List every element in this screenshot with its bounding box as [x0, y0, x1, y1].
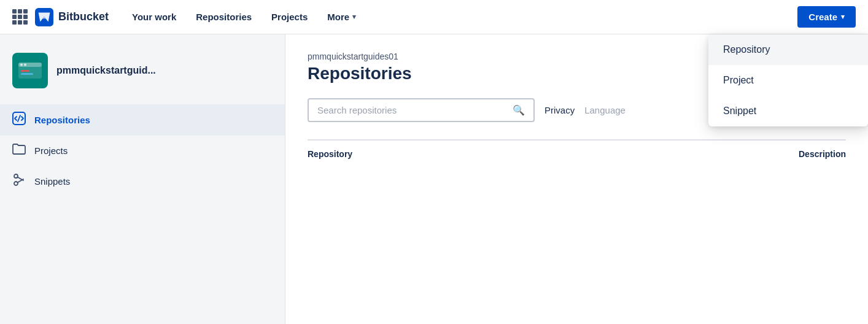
- nav-item-your-work[interactable]: Your work: [123, 7, 185, 27]
- privacy-filter-label[interactable]: Privacy: [544, 105, 575, 115]
- create-button[interactable]: Create ▾: [797, 6, 856, 28]
- bitbucket-logo[interactable]: Bitbucket: [35, 8, 109, 26]
- search-input[interactable]: [317, 105, 506, 115]
- bitbucket-logo-text: Bitbucket: [58, 10, 109, 23]
- workspace-name: pmmquickstartguid...: [56, 65, 156, 76]
- sidebar-item-repositories[interactable]: Repositories: [0, 104, 285, 136]
- app-switcher-icon[interactable]: [12, 9, 28, 25]
- top-navigation: Bitbucket Your work Repositories Project…: [0, 0, 868, 34]
- language-filter-label[interactable]: Language: [584, 105, 626, 115]
- dropdown-item-repository[interactable]: Repository: [708, 34, 868, 65]
- sidebar-item-snippets[interactable]: Snippets: [0, 166, 285, 197]
- more-chevron-icon: ▾: [352, 13, 356, 21]
- nav-item-projects[interactable]: Projects: [263, 7, 316, 27]
- folder-icon: [12, 143, 26, 158]
- nav-item-more[interactable]: More ▾: [319, 7, 365, 27]
- search-box[interactable]: 🔍: [308, 98, 535, 122]
- table-col-repository: Repository: [308, 149, 723, 159]
- scissors-icon: [12, 173, 26, 190]
- bitbucket-logo-icon: [35, 8, 53, 26]
- svg-rect-7: [21, 73, 33, 75]
- svg-rect-6: [21, 70, 29, 72]
- dropdown-item-project[interactable]: Project: [708, 65, 868, 96]
- table-col-description: Description: [723, 149, 846, 159]
- nav-item-repositories[interactable]: Repositories: [187, 7, 260, 27]
- sidebar-nav: Repositories Projects: [0, 104, 285, 197]
- dropdown-item-snippet[interactable]: Snippet: [708, 96, 868, 126]
- create-chevron-icon: ▾: [841, 13, 845, 21]
- workspace-section: pmmquickstartguid...: [0, 47, 285, 101]
- workspace-avatar: [12, 53, 48, 88]
- nav-right: Create ▾: [797, 6, 856, 28]
- workspace-avatar-icon: [14, 54, 47, 87]
- main-content: pmmquickstartguides01 Repositories 🔍 Pri…: [285, 34, 868, 324]
- svg-point-5: [24, 64, 26, 66]
- nav-items: Your work Repositories Projects More ▾: [123, 7, 797, 27]
- search-icon: 🔍: [513, 104, 525, 116]
- nav-left: Bitbucket: [12, 8, 109, 26]
- sidebar-item-projects[interactable]: Projects: [0, 136, 285, 166]
- create-dropdown-menu: Repository Project Snippet: [708, 34, 868, 126]
- code-icon: [12, 112, 26, 128]
- main-area: pmmquickstartguid... Repositories: [0, 34, 868, 324]
- table-header: Repository Description: [308, 139, 846, 159]
- svg-point-4: [20, 64, 23, 66]
- sidebar: pmmquickstartguid... Repositories: [0, 34, 285, 324]
